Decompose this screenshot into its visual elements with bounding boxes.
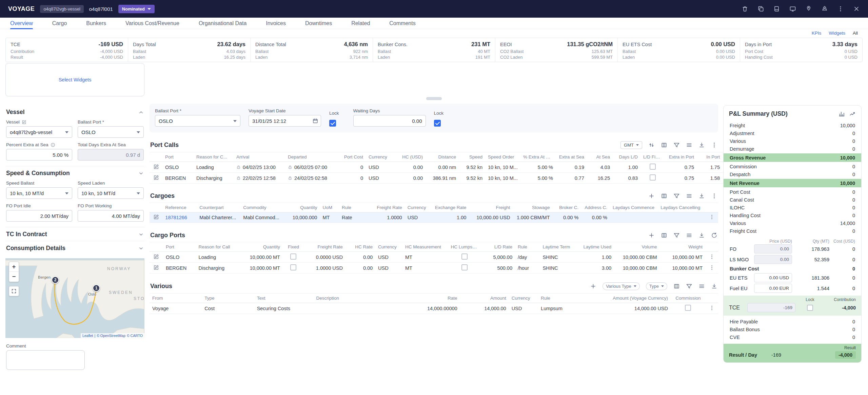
map-marker-2[interactable]: 2 [52, 276, 59, 284]
kebab-menu-icon[interactable] [711, 142, 717, 148]
osm-link[interactable]: © OpenStreetMap [97, 334, 125, 338]
link-all[interactable]: All [853, 31, 858, 36]
row-menu-icon[interactable] [709, 265, 715, 270]
row-menu-icon[interactable] [709, 214, 715, 220]
tab-organisational-data[interactable]: Organisational Data [199, 18, 246, 29]
columns-icon[interactable] [661, 193, 667, 199]
tce-lock-checkbox[interactable] [807, 305, 813, 311]
lsmgo-price-input[interactable] [754, 255, 792, 264]
chevron-down-icon[interactable] [138, 246, 144, 251]
fo-port-working-input[interactable] [78, 210, 144, 222]
columns-icon[interactable] [661, 232, 667, 239]
map-marker-1[interactable]: 1 [93, 284, 100, 292]
rocket-icon[interactable] [821, 5, 828, 12]
fuel-eu-price-input[interactable] [754, 284, 792, 293]
speed-section-header[interactable]: Speed & Consumption [5, 166, 144, 180]
collapse-handle[interactable] [426, 97, 442, 100]
waiting-days-lock-checkbox[interactable] [434, 120, 441, 127]
tab-overview[interactable]: Overview [10, 18, 33, 29]
ballast-port-select[interactable]: OSLO [78, 126, 144, 138]
kebab-menu-icon[interactable] [711, 193, 717, 199]
menu-icon[interactable] [686, 142, 692, 148]
columns-icon[interactable] [673, 283, 680, 289]
fixed-checkbox[interactable] [290, 264, 296, 270]
tab-cargo[interactable]: Cargo [52, 18, 67, 29]
sort-icon[interactable] [648, 142, 655, 148]
various-type-filter[interactable]: Various Type [603, 282, 640, 290]
ld-fixed-checkbox[interactable] [650, 164, 656, 170]
monitor-icon[interactable] [789, 5, 796, 12]
refresh-icon[interactable] [711, 232, 717, 239]
leaflet-link[interactable]: Leaflet [82, 334, 93, 338]
edit-row-icon[interactable] [153, 175, 159, 181]
start-date-lock-checkbox[interactable] [329, 120, 336, 127]
voyage-start-date-input[interactable] [249, 115, 321, 127]
add-icon[interactable] [648, 193, 655, 199]
trash-icon[interactable] [742, 5, 748, 12]
fo-port-idle-input[interactable] [6, 210, 72, 222]
carto-link[interactable]: © CARTO [127, 334, 143, 338]
timezone-button[interactable]: GMT [620, 141, 642, 149]
link-kpis[interactable]: KPIs [812, 31, 822, 36]
tab-downtimes[interactable]: Downtimes [305, 18, 332, 29]
filter-icon[interactable] [673, 193, 680, 199]
status-badge[interactable]: Nominated [118, 5, 155, 13]
edit-row-icon[interactable] [153, 214, 159, 220]
filter-icon[interactable] [686, 283, 692, 289]
tab-various-cost-revenue[interactable]: Various Cost/Revenue [125, 18, 179, 29]
eu-ets-price-input[interactable] [754, 273, 792, 282]
download-icon[interactable] [698, 232, 705, 239]
route-map[interactable]: NORWAY SWEDEN STOCKH Oslo Bergen 1 2 + −… [5, 258, 144, 338]
pin-icon[interactable] [805, 5, 812, 12]
download-icon[interactable] [698, 142, 705, 148]
comment-textarea[interactable] [6, 350, 85, 370]
fixed-checkbox[interactable] [290, 253, 296, 260]
pct-extra-input[interactable] [6, 149, 72, 161]
add-icon[interactable] [648, 232, 655, 239]
add-icon[interactable] [590, 283, 596, 289]
edit-row-icon[interactable] [153, 164, 159, 170]
speed-laden-select[interactable]: 10 kn, 10 MT/d [78, 187, 144, 199]
filter-icon[interactable] [673, 142, 680, 148]
filter-icon[interactable] [673, 232, 680, 239]
more-menu-icon[interactable] [837, 5, 844, 12]
tce-input[interactable] [747, 303, 795, 312]
vessel-select[interactable]: o4q87l2vgb-vessel [6, 126, 72, 138]
hc-lumpsum-checkbox[interactable] [461, 253, 468, 260]
edit-row-icon[interactable] [153, 265, 159, 270]
type-filter[interactable]: Type [646, 282, 667, 290]
bar-chart-icon[interactable] [839, 111, 845, 117]
chevron-down-icon[interactable] [138, 171, 144, 176]
zoom-in-button[interactable]: + [9, 262, 19, 272]
chevron-down-icon[interactable] [138, 232, 144, 237]
columns-icon[interactable] [661, 142, 667, 148]
fo-price-input[interactable] [754, 244, 792, 253]
chevron-up-icon[interactable] [138, 110, 144, 115]
tab-comments[interactable]: Comments [389, 18, 415, 29]
row-menu-icon[interactable] [709, 305, 715, 311]
close-icon[interactable] [853, 5, 860, 12]
ledger-icon[interactable] [773, 5, 780, 12]
speed-ballast-select[interactable]: 10 kn, 10 MT/d [6, 187, 72, 199]
zoom-out-button[interactable]: − [9, 272, 19, 282]
tab-invoices[interactable]: Invoices [266, 18, 286, 29]
download-icon[interactable] [698, 193, 705, 199]
vessel-badge[interactable]: o4q87l2vgb-vessel [40, 5, 83, 13]
fullscreen-button[interactable] [9, 286, 19, 296]
waiting-days-input[interactable] [353, 115, 426, 127]
commission-checkbox[interactable] [685, 305, 691, 311]
edit-icon[interactable] [22, 120, 26, 125]
tab-bunkers[interactable]: Bunkers [86, 18, 106, 29]
menu-icon[interactable] [686, 232, 692, 239]
link-widgets[interactable]: Widgets [829, 31, 845, 36]
menu-icon[interactable] [686, 193, 692, 199]
row-menu-icon[interactable] [709, 254, 715, 260]
form-ballast-port-select[interactable]: OSLO [155, 115, 240, 127]
copy-icon[interactable] [757, 5, 764, 12]
hc-lumpsum-checkbox[interactable] [461, 264, 468, 270]
ld-fixed-checkbox[interactable] [650, 174, 656, 181]
calendar-icon[interactable] [312, 118, 318, 124]
consumption-details-header[interactable]: Consumption Details [5, 241, 144, 255]
tc-in-contract-header[interactable]: TC In Contract [5, 227, 144, 241]
download-icon[interactable] [711, 283, 717, 289]
